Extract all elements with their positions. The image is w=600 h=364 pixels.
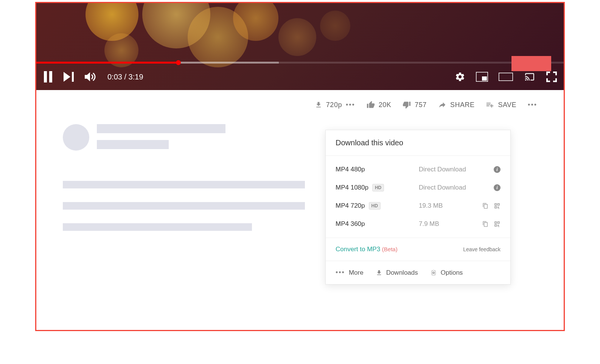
- fullscreen-icon: [546, 72, 557, 82]
- like-count: 20K: [379, 101, 392, 109]
- svg-rect-2: [72, 72, 74, 82]
- qr-icon[interactable]: [494, 202, 501, 209]
- download-item[interactable]: MP4 360p 7.9 MB: [326, 215, 510, 233]
- video-player[interactable]: 0:03 / 3:19: [36, 3, 564, 90]
- desc-line: [63, 202, 305, 210]
- more-icon: •••: [528, 101, 537, 109]
- hd-badge: HD: [372, 184, 384, 191]
- download-item[interactable]: MP4 720pHD 19.3 MB: [326, 197, 510, 215]
- video-actions-row: 720p ••• 20K 757 SHARE SAVE •••: [63, 101, 537, 109]
- svg-rect-4: [482, 76, 487, 81]
- bokeh-circle: [320, 11, 350, 41]
- options-button[interactable]: Options: [430, 269, 463, 277]
- download-panel: Download this video MP4 480p Direct Down…: [325, 130, 511, 285]
- channel-name-placeholder: [97, 124, 225, 133]
- svg-rect-0: [44, 71, 47, 82]
- panel-footer-convert: Convert to MP3 (Beta) Leave feedback: [326, 238, 510, 261]
- download-item[interactable]: MP4 480p Direct Download i: [326, 160, 510, 179]
- theater-icon: [499, 73, 513, 81]
- download-icon: [376, 269, 382, 276]
- download-items-list: MP4 480p Direct Download i MP4 1080pHD D…: [326, 156, 510, 238]
- convert-label: Convert to MP3: [336, 246, 380, 253]
- hd-badge: HD: [369, 202, 381, 210]
- thumbs-up-icon: [367, 101, 375, 109]
- download-item-label: MP4 480p: [336, 166, 365, 173]
- dislike-count: 757: [415, 101, 427, 109]
- info-icon[interactable]: i: [494, 166, 501, 173]
- channel-subs-placeholder: [97, 140, 169, 149]
- gear-icon: [455, 72, 465, 82]
- next-button[interactable]: [64, 72, 74, 82]
- dislike-button[interactable]: 757: [403, 101, 427, 109]
- cast-button[interactable]: [524, 72, 536, 82]
- more-icon: •••: [346, 101, 355, 109]
- subscribe-button[interactable]: [511, 56, 551, 71]
- panel-footer-nav: ••• More Downloads Options: [326, 261, 510, 284]
- miniplayer-icon: [476, 72, 488, 82]
- download-quality-label: 720p: [326, 101, 342, 109]
- svg-rect-5: [499, 73, 513, 81]
- download-panel-title: Download this video: [326, 130, 510, 156]
- save-label: SAVE: [498, 101, 516, 109]
- download-item[interactable]: MP4 1080pHD Direct Download i: [326, 179, 510, 197]
- fullscreen-button[interactable]: [546, 72, 557, 82]
- more-icon: •••: [336, 269, 345, 277]
- desc-line: [63, 181, 305, 188]
- download-item-label: MP4 720p: [336, 202, 365, 210]
- more-label: More: [349, 269, 364, 277]
- gear-icon: [430, 269, 437, 276]
- bokeh-circle: [85, 3, 138, 41]
- bokeh-circle: [278, 18, 316, 56]
- downloads-label: Downloads: [386, 269, 418, 277]
- feedback-link[interactable]: Leave feedback: [463, 246, 501, 252]
- share-label: SHARE: [450, 101, 475, 109]
- share-button[interactable]: SHARE: [438, 101, 475, 109]
- qr-icon[interactable]: [494, 221, 501, 227]
- download-item-meta: 19.3 MB: [419, 202, 482, 210]
- time-display: 0:03 / 3:19: [107, 73, 143, 81]
- volume-icon: [85, 72, 97, 82]
- options-label: Options: [441, 269, 463, 277]
- more-actions-button[interactable]: •••: [528, 101, 537, 109]
- like-button[interactable]: 20K: [367, 101, 392, 109]
- download-item-meta: Direct Download: [419, 166, 494, 173]
- cast-icon: [524, 72, 536, 82]
- share-icon: [438, 101, 446, 109]
- volume-button[interactable]: [85, 72, 97, 82]
- next-icon: [64, 72, 74, 82]
- convert-mp3-link[interactable]: Convert to MP3 (Beta): [336, 246, 398, 253]
- player-controls: 0:03 / 3:19: [36, 64, 564, 90]
- desc-line: [63, 223, 252, 231]
- miniplayer-button[interactable]: [476, 72, 488, 82]
- download-item-label: MP4 1080p: [336, 184, 368, 191]
- playlist-add-icon: [486, 101, 494, 109]
- pause-button[interactable]: [43, 71, 53, 82]
- downloads-button[interactable]: Downloads: [376, 269, 418, 277]
- download-icon: [315, 101, 322, 109]
- copy-icon[interactable]: [482, 202, 488, 210]
- download-item-meta: Direct Download: [419, 184, 494, 191]
- theater-button[interactable]: [499, 73, 513, 81]
- channel-avatar[interactable]: [63, 124, 89, 151]
- thumbs-down-icon: [403, 101, 411, 109]
- copy-icon[interactable]: [482, 220, 488, 228]
- app-frame: 0:03 / 3:19: [35, 2, 565, 331]
- download-quality-button[interactable]: 720p •••: [315, 101, 355, 109]
- beta-label: (Beta): [382, 246, 398, 252]
- pause-icon: [43, 71, 53, 82]
- settings-button[interactable]: [455, 72, 465, 82]
- info-icon[interactable]: i: [494, 184, 501, 191]
- more-button[interactable]: ••• More: [336, 269, 364, 277]
- save-button[interactable]: SAVE: [486, 101, 516, 109]
- svg-rect-1: [49, 71, 52, 82]
- download-item-label: MP4 360p: [336, 220, 365, 228]
- download-item-meta: 7.9 MB: [419, 220, 482, 228]
